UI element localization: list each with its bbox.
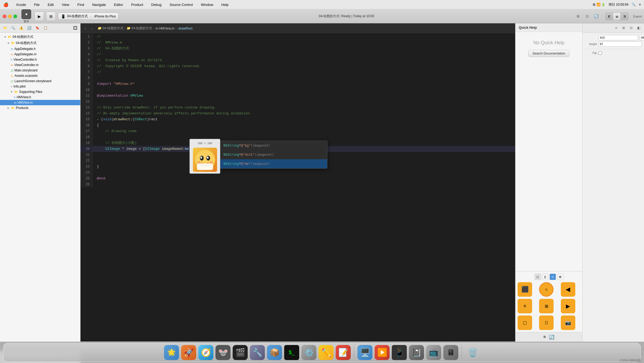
util-input-w[interactable] <box>598 35 638 40</box>
sidebar-item-launchscreen[interactable]: ◫ LaunchScreen.storyboard <box>0 78 80 84</box>
dock-sketch[interactable]: ✏️ <box>319 345 334 360</box>
insp-icon-camera[interactable]: 📷 <box>561 315 575 330</box>
util-icon-3[interactable]: ⊡ <box>628 25 634 31</box>
menu-file[interactable]: File <box>32 2 41 7</box>
menu-product[interactable]: Product <box>130 2 145 7</box>
close-button[interactable] <box>3 14 6 18</box>
dock-display1[interactable]: 📺 <box>426 345 441 360</box>
right-panel-toggle[interactable]: ◨ <box>621 13 628 20</box>
menu-edit[interactable]: Edit <box>46 2 55 7</box>
insp-icon-grid2[interactable]: ⊞ <box>539 299 554 313</box>
dock-tools[interactable]: 🔧 <box>250 345 265 360</box>
menubar-search-icon[interactable]: 🔍 <box>632 3 636 6</box>
sidebar-item-main-group[interactable]: ▶ 📁 04-绘图的方式 <box>0 40 80 46</box>
dock-trash[interactable]: 🗑️ <box>465 345 480 360</box>
sidebar-item-hmview-h[interactable]: h HMView.h <box>0 95 80 100</box>
bc-file[interactable]: m HMView.m <box>155 27 174 30</box>
menu-find[interactable]: Find <box>76 2 86 7</box>
sidebar-item-viewcontroller-h[interactable]: h ViewController.h <box>0 57 80 62</box>
insp-tab-grid[interactable]: ⊞ <box>557 274 564 280</box>
dock-movie[interactable]: 🎬 <box>233 345 248 360</box>
sidebar-nav-search[interactable]: 🔍 <box>10 25 16 31</box>
sidebar-nav-bookmark[interactable]: 🔖 <box>34 25 40 31</box>
menu-source-control[interactable]: Source Control <box>168 2 195 7</box>
dock-media[interactable]: ▶️ <box>375 345 390 360</box>
search-documentation-button[interactable]: Search Documentation <box>528 50 569 57</box>
sidebar-item-viewcontroller-m[interactable]: m ViewController.m <box>0 62 80 68</box>
menu-window[interactable]: Window <box>199 2 215 7</box>
autocomplete-item-bg[interactable]: NSString * @"bg" (imageset) <box>220 141 327 150</box>
insp-icon-square[interactable]: ⬛ <box>518 282 532 297</box>
sidebar-item-root[interactable]: ▶ 📁 04-绘图的方式 <box>0 34 80 40</box>
editor-back-btn[interactable]: ‹ <box>83 26 88 31</box>
sidebar-item-products[interactable]: ▶ 📁 Products <box>0 105 80 111</box>
insp-icon-back[interactable]: ◀ <box>561 282 575 297</box>
bc-group[interactable]: 📁 04-绘图的方式 <box>127 26 152 31</box>
scheme-selector[interactable]: 📱 04-绘图的方式 › iPhone 6s Plus <box>58 13 119 20</box>
sidebar-item-hmview-m[interactable]: m HMView.m <box>0 100 80 105</box>
dock-docs[interactable]: 📓 <box>409 345 424 360</box>
dock-settings[interactable]: ⚙️ <box>301 345 316 360</box>
sidebar-nav-folder[interactable]: 📁 <box>2 25 8 31</box>
export-button[interactable]: Export <box>634 13 641 20</box>
apple-menu[interactable]: 🍎 <box>3 2 9 7</box>
insp-tab-code[interactable]: {} <box>542 274 548 280</box>
sidebar-item-main-storyboard[interactable]: ◫ Main.storyboard <box>0 68 80 73</box>
insp-tab-file[interactable]: ◻ <box>535 274 541 280</box>
sidebar-nav-source[interactable]: 🔃 <box>26 25 32 31</box>
sidebar-nav-warning[interactable]: ⚠️ <box>18 25 24 31</box>
menu-help[interactable]: Help <box>220 2 230 7</box>
editor-toggle-assistant[interactable]: ⊡ <box>583 13 591 20</box>
dock-launchpad[interactable]: 🚀 <box>181 345 196 360</box>
toolbar-btn-1[interactable]: ⊞ <box>46 12 56 21</box>
run-button[interactable]: ▶ <box>34 12 44 21</box>
menu-xcode[interactable]: Xcode <box>14 2 28 7</box>
left-panel-toggle[interactable]: ◧ <box>606 13 613 20</box>
bottom-refresh-icon[interactable]: 🔄 <box>549 335 554 340</box>
dock-finder[interactable]: 🌟 <box>164 345 179 360</box>
code-editor[interactable]: 1 // 2 // HMView.m 3 // 04-绘图的方式 4 // <box>80 34 515 342</box>
sidebar-item-assets[interactable]: ◎ Assets.xcassets <box>0 73 80 78</box>
menu-navigate[interactable]: Navigate <box>90 2 107 7</box>
insp-icon-dashed-circle[interactable]: ○ <box>539 282 554 297</box>
insp-tab-circle[interactable]: ⊙ <box>550 274 556 280</box>
bc-root[interactable]: 📁 04-绘图的方式 <box>98 26 123 31</box>
insp-icon-list[interactable]: ≡ <box>518 299 532 313</box>
menu-view[interactable]: View <box>60 2 71 7</box>
insp-icon-dotgrid[interactable]: ⁝⁝ <box>539 315 554 330</box>
sidebar-nav-report[interactable]: 📋 <box>42 25 48 31</box>
autocomplete-item-me[interactable]: NSString * @"me" (imageset) <box>220 159 327 168</box>
editor-toggle-version[interactable]: 🔃 <box>592 13 600 20</box>
bc-method[interactable]: -drawRect: <box>178 27 193 30</box>
util-checkbox-flip[interactable] <box>598 51 602 55</box>
dock-simulator[interactable]: 📱 <box>392 345 407 360</box>
dock-terminal[interactable]: $_ <box>284 345 299 360</box>
bottom-list-icon[interactable]: ≡ <box>543 335 546 339</box>
menu-debug[interactable]: Debug <box>150 2 163 7</box>
sidebar-item-infoplist[interactable]: ≡ Info.plist <box>0 84 80 89</box>
autocomplete-item-dst2[interactable]: NSString * @"dst2" (imageset) <box>220 150 327 159</box>
dock-display2[interactable]: 🖥 <box>443 345 458 360</box>
sidebar-item-supporting[interactable]: ▶ 📁 Supporting Files <box>0 89 80 95</box>
dock-note[interactable]: 📝 <box>336 345 351 360</box>
insp-icon-right[interactable]: ▶ <box>561 299 575 313</box>
util-icon-4[interactable]: ◧ <box>635 25 642 31</box>
menu-editor[interactable]: Editor <box>112 2 125 7</box>
dock-vnc[interactable]: 🖥️ <box>357 345 372 360</box>
stop-button[interactable]: ■ <box>21 9 31 19</box>
sidebar-item-appdelegate-h[interactable]: m AppDelegate.h <box>0 46 80 52</box>
util-icon-1[interactable]: ≡ <box>613 25 619 31</box>
editor-forward-btn[interactable]: › <box>89 26 94 31</box>
util-input-h[interactable] <box>640 35 644 40</box>
bottom-panel-toggle[interactable]: ⬓ <box>613 13 621 20</box>
util-icon-2[interactable]: ⊞ <box>620 25 627 31</box>
dock-mouse[interactable]: 🐭 <box>215 345 230 360</box>
util-input-height-val[interactable] <box>598 41 642 47</box>
insp-icon-square2[interactable]: □ <box>518 315 532 330</box>
dock-package[interactable]: 📦 <box>267 345 282 360</box>
sidebar-item-appdelegate-m[interactable]: m AppDelegate.m <box>0 52 80 57</box>
menubar-menu-icon[interactable]: ≡ <box>639 3 641 6</box>
maximize-button[interactable] <box>13 14 17 18</box>
minimize-button[interactable] <box>8 14 12 18</box>
editor-toggle-standard[interactable]: ⊞ <box>574 13 582 20</box>
